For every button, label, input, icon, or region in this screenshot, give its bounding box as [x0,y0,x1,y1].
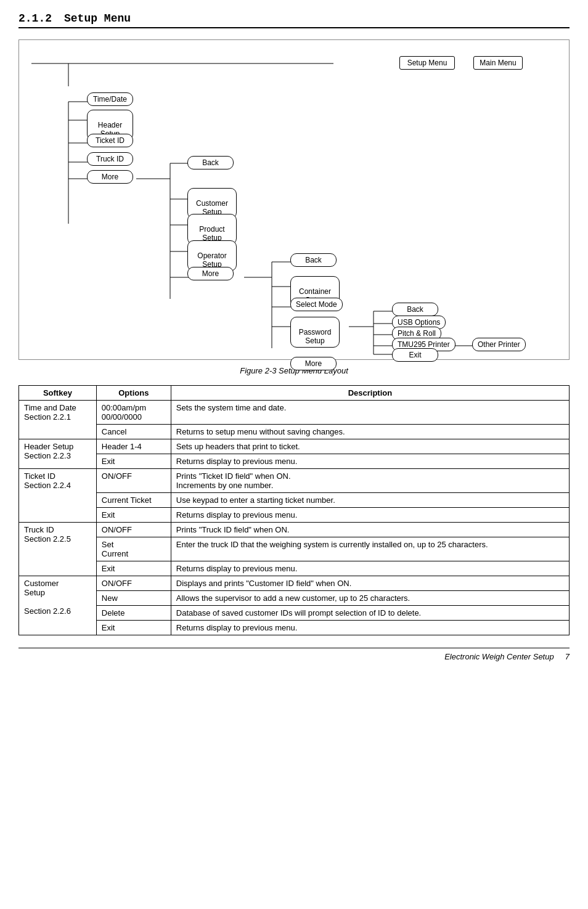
cell-description: Sets the system time and date. [171,401,569,425]
node-exit: Exit [392,348,438,362]
table-row: ExitReturns display to previous menu. [19,621,570,635]
cell-description: Returns to setup menu without saving cha… [171,425,569,439]
cell-description: Returns display to previous menu. [171,561,569,576]
cell-options: New [96,591,171,606]
node-time-date: Time/Date [87,92,133,106]
node-setup-menu: Setup Menu [399,56,455,70]
cell-options: Header 1-4 [96,439,171,454]
diagram-container: Setup Menu Main Menu Time/Date Header Se… [18,39,570,360]
node-other-printer: Other Printer [472,338,526,351]
node-more1: More [87,170,133,184]
node-more3: More [290,357,337,370]
table-row: Header Setup Section 2.2.3Header 1-4Sets… [19,439,570,454]
cell-softkey: Header Setup Section 2.2.3 [19,439,97,469]
cell-softkey: Ticket ID Section 2.2.4 [19,469,97,523]
table-row: Truck ID Section 2.2.5ON/OFFPrints "Truc… [19,523,570,537]
node-back1: Back [187,156,234,169]
section-number: 2.1.2 [18,12,52,25]
table-row: ExitReturns display to previous menu. [19,508,570,523]
table-row: ExitReturns display to previous menu. [19,454,570,469]
cell-description: Returns display to previous menu. [171,621,569,635]
node-select-mode: Select Mode [290,298,343,311]
col-header-description: Description [171,386,569,401]
table-row: NewAllows the supervisor to add a new cu… [19,591,570,606]
table-row: DeleteDatabase of saved customer IDs wil… [19,606,570,621]
cell-softkey: Customer Setup Section 2.2.6 [19,576,97,635]
col-header-options: Options [96,386,171,401]
footer-page: 7 [565,652,570,661]
table-row: Customer Setup Section 2.2.6ON/OFFDispla… [19,576,570,591]
node-main-menu: Main Menu [473,56,523,70]
cell-description: Enter the truck ID that the weighing sys… [171,537,569,561]
cell-options: Exit [96,621,171,635]
cell-options: Cancel [96,425,171,439]
cell-description: Returns display to previous menu. [171,454,569,469]
footer-text: Electronic Weigh Center Setup [444,652,554,661]
cell-options: Exit [96,561,171,576]
table-row: ExitReturns display to previous menu. [19,561,570,576]
cell-description: Displays and prints "Customer ID field" … [171,576,569,591]
cell-description: Returns display to previous menu. [171,508,569,523]
cell-description: Prints "Ticket ID field" when ON. Increm… [171,469,569,493]
node-ticket-id: Ticket ID [87,134,133,147]
node-more2: More [187,267,234,280]
cell-options: Delete [96,606,171,621]
node-back2: Back [290,253,337,267]
cell-description: Use keypad to enter a starting ticket nu… [171,493,569,508]
node-password-setup: Password Setup [290,317,340,348]
cell-description: Allows the supervisor to add a new custo… [171,591,569,606]
cell-options: 00:00am/pm 00/00/0000 [96,401,171,425]
diagram-lines [19,40,569,359]
table-row: Ticket ID Section 2.2.4ON/OFFPrints "Tic… [19,469,570,493]
node-truck-id: Truck ID [87,152,133,166]
cell-softkey: Truck ID Section 2.2.5 [19,523,97,576]
cell-options: ON/OFF [96,469,171,493]
table-row: CancelReturns to setup menu without savi… [19,425,570,439]
cell-softkey: Time and Date Section 2.2.1 [19,401,97,439]
page-footer: Electronic Weigh Center Setup 7 [18,648,570,661]
cell-options: Current Ticket [96,493,171,508]
cell-options: ON/OFF [96,576,171,591]
page-header: 2.1.2 Setup Menu [18,12,570,28]
cell-description: Prints "Truck ID field" when ON. [171,523,569,537]
table-row: Current TicketUse keypad to enter a star… [19,493,570,508]
table-row: Set CurrentEnter the truck ID that the w… [19,537,570,561]
table-row: Time and Date Section 2.2.100:00am/pm 00… [19,401,570,425]
cell-options: Set Current [96,537,171,561]
section-title: Setup Menu [64,12,131,25]
cell-options: Exit [96,508,171,523]
cell-options: Exit [96,454,171,469]
cell-description: Sets up headers that print to ticket. [171,439,569,454]
cell-options: ON/OFF [96,523,171,537]
col-header-softkey: Softkey [19,386,97,401]
node-back3: Back [392,303,438,316]
data-table: Softkey Options Description Time and Dat… [18,385,570,635]
cell-description: Database of saved customer IDs will prom… [171,606,569,621]
